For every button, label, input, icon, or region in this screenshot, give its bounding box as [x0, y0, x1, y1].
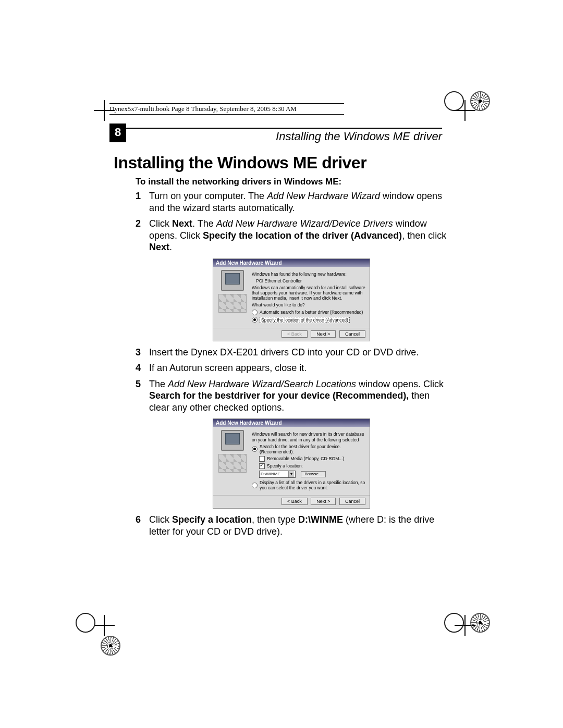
checkbox-icon [259, 456, 265, 462]
radio-icon [252, 483, 258, 488]
option-label: Automatic search for a better driver (Re… [260, 310, 363, 315]
step-text-bold: Next [172, 218, 192, 229]
wizard-icon-column [216, 270, 249, 325]
step-text: Click [149, 514, 172, 525]
next-button[interactable]: Next > [311, 498, 336, 505]
wizard-option-display-list[interactable]: Display a list of all the drivers in a s… [252, 480, 366, 490]
back-button[interactable]: < Back [282, 498, 308, 505]
next-button[interactable]: Next > [311, 330, 336, 338]
step-text: window opens. Click [356, 379, 444, 389]
step-text-bold: D:\WINME [298, 514, 343, 525]
wizard-checkbox-specify-location[interactable]: Specify a location: [259, 463, 366, 469]
step-number: 3 [136, 347, 141, 359]
step-4: 4 If an Autorun screen appears, close it… [136, 362, 447, 374]
registration-mark-icon [76, 613, 95, 633]
crop-mark-bottom-left [94, 615, 115, 636]
sun-mark-icon [101, 636, 120, 656]
option-label: Display a list of all the drivers in a s… [260, 480, 366, 490]
wizard-text-column: Windows has found the following new hard… [252, 270, 366, 325]
wizard-option-auto[interactable]: Automatic search for a better driver (Re… [252, 310, 366, 315]
wizard-text: Windows will search for new drivers in i… [252, 431, 366, 442]
wizard-screenshot-1: Add New Hardware Wizard Windows has foun… [213, 258, 370, 341]
wizard-button-row: < Back Next > Cancel [213, 328, 370, 341]
wizard-icon-column [216, 430, 249, 492]
wizard-text: Windows has found the following new hard… [252, 272, 366, 277]
wizard-text: Windows can automatically search for and… [252, 285, 366, 301]
step-text: , then click [402, 230, 446, 241]
computer-icon [221, 270, 244, 291]
step-text: , then type [252, 514, 298, 525]
page-title: Installing the Windows ME driver [114, 153, 447, 172]
wizard-screenshot-2: Add New Hardware Wizard Windows will sea… [213, 418, 370, 509]
step-list: 1 Turn on your computer. The Add New Har… [136, 190, 447, 537]
step-6: 6 Click Specify a location, then type D:… [136, 514, 447, 537]
step-text: Insert the Dynex DX-E201 drivers CD into… [149, 347, 419, 357]
registration-mark-icon [444, 91, 464, 111]
wizard-button-row: < Back Next > Cancel [213, 495, 370, 508]
sun-mark-icon [470, 91, 490, 111]
step-text-bold: Next [149, 242, 169, 252]
step-text: . The [192, 218, 216, 229]
step-text-bold: Search for the bestdriver for your devic… [149, 390, 409, 401]
procedure-heading: To install the networking drivers in Win… [136, 177, 447, 187]
step-1: 1 Turn on your computer. The Add New Har… [136, 190, 447, 214]
checkbox-checked-icon [259, 463, 265, 469]
running-head-title: Installing the Windows ME driver [276, 130, 442, 143]
wizard-titlebar: Add New Hardware Wizard [213, 259, 370, 267]
step-text-bold: Specify a location [172, 514, 252, 525]
cancel-button[interactable]: Cancel [339, 498, 365, 505]
chips-icon [218, 294, 247, 313]
step-number: 4 [136, 362, 141, 374]
wizard-titlebar: Add New Hardware Wizard [213, 419, 370, 427]
wizard-prompt: What would you like to do? [252, 302, 366, 307]
wizard-option-search-best[interactable]: Search for the best driver for your devi… [252, 444, 366, 454]
wizard-device-name: PCI Ethernet Controller [256, 278, 366, 283]
step-text: If an Autorun screen appears, close it. [149, 363, 307, 373]
running-head: 8 Installing the Windows ME driver [114, 128, 442, 150]
step-5: 5 The Add New Hardware Wizard/Search Loc… [136, 378, 447, 414]
registration-mark-icon [444, 613, 464, 633]
step-text: Turn on your computer. The [149, 191, 267, 201]
wizard-text-column: Windows will search for new drivers in i… [252, 430, 366, 492]
radio-selected-icon [252, 317, 258, 323]
step-text: Click [149, 218, 172, 229]
back-button[interactable]: < Back [282, 330, 308, 338]
step-number: 2 [136, 218, 141, 230]
step-3: 3 Insert the Dynex DX-E201 drivers CD in… [136, 347, 447, 359]
step-text-italic: Add New Hardware Wizard/Device Drivers [216, 218, 393, 229]
page: Dynex5x7-multi.book Page 8 Thursday, Sep… [0, 0, 563, 728]
dropdown-arrow-icon: ▾ [288, 471, 294, 477]
step-text: . [169, 242, 172, 252]
step-text-italic: Add New Hardware Wizard/Search Locations [168, 379, 356, 389]
chips-icon [218, 454, 247, 473]
browse-button[interactable]: Browse... [301, 471, 325, 477]
step-text-italic: Add New Hardware Wizard [267, 191, 380, 201]
step-number: 6 [136, 514, 141, 526]
wizard-checkbox-removable[interactable]: Removable Media (Floppy, CD-ROM...) [259, 456, 366, 462]
page-number: 8 [109, 124, 126, 142]
step-text: The [149, 379, 168, 389]
step-2: 2 Click Next. The Add New Hardware Wizar… [136, 218, 447, 253]
content: Installing the Windows ME driver To inst… [114, 151, 447, 541]
book-header: Dynex5x7-multi.book Page 8 Thursday, Sep… [109, 103, 344, 115]
option-label: Search for the best driver for your devi… [260, 444, 366, 454]
radio-icon [252, 310, 258, 315]
step-number: 1 [136, 190, 141, 202]
option-label: Removable Media (Floppy, CD-ROM...) [267, 456, 344, 461]
radio-selected-icon [252, 446, 258, 452]
path-value: D:\WINME [261, 472, 280, 476]
cancel-button[interactable]: Cancel [339, 330, 365, 338]
option-label: Specify a location: [267, 463, 303, 468]
location-path-input[interactable]: D:\WINME ▾ [259, 471, 296, 478]
step-number: 5 [136, 378, 141, 390]
wizard-option-specify[interactable]: Specify the location of the driver (Adva… [252, 317, 366, 323]
option-label: Specify the location of the driver (Adva… [260, 317, 350, 323]
sun-mark-icon [470, 613, 490, 633]
computer-icon [221, 430, 244, 451]
step-text-bold: Specify the location of the driver (Adva… [203, 230, 402, 241]
